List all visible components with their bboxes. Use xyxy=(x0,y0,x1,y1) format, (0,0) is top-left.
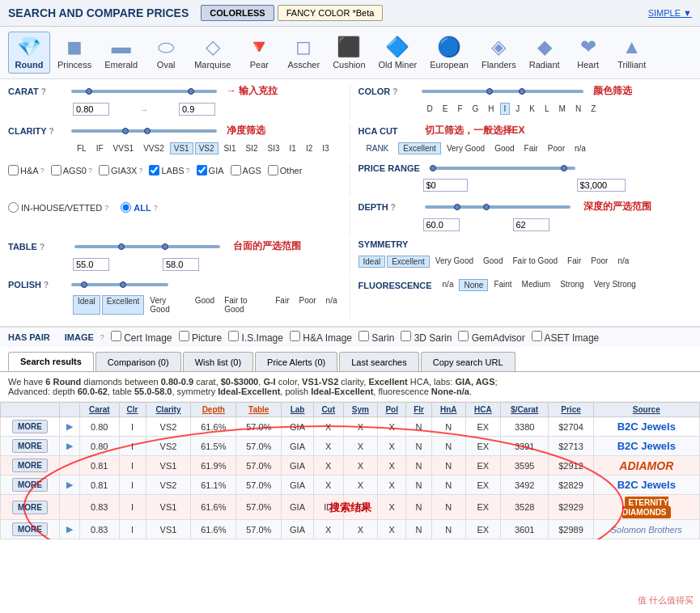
pol-excellent[interactable]: Excellent xyxy=(102,295,145,315)
more-btn-3[interactable]: MORE xyxy=(12,478,48,492)
shape-princess[interactable]: ◼ Princess xyxy=(52,32,97,74)
play-3[interactable]: ▶ xyxy=(59,476,79,495)
clarity-fl[interactable]: FL xyxy=(73,142,91,154)
3d-sarin-checkbox[interactable] xyxy=(401,331,411,341)
ha-image-label[interactable]: H&A Image xyxy=(290,331,352,344)
flr-very-strong[interactable]: Very Strong xyxy=(590,279,640,291)
depth-max-input[interactable] xyxy=(513,218,549,231)
clarity-vs2[interactable]: VS2 xyxy=(195,142,218,154)
clarity-si3[interactable]: SI3 xyxy=(264,142,284,154)
sym-ideal[interactable]: Ideal xyxy=(358,256,386,268)
inhouse-radio[interactable] xyxy=(8,202,19,213)
col-carat[interactable]: Carat xyxy=(80,403,119,417)
more-btn-1[interactable]: MORE xyxy=(12,439,48,453)
sarin-label[interactable]: Sarin xyxy=(358,331,394,344)
shape-pear[interactable]: 🔻 Pear xyxy=(238,32,280,74)
tab-comparison[interactable]: Comparison (0) xyxy=(95,352,181,371)
clarity-vs1[interactable]: VS1 xyxy=(170,142,193,154)
tab-search-results[interactable]: Search results xyxy=(8,352,94,371)
col-clarity[interactable]: Clarity xyxy=(146,403,191,417)
shape-european[interactable]: 🔵 European xyxy=(424,32,474,74)
aset-image-label[interactable]: ASET Image xyxy=(532,331,599,344)
labs-checkbox[interactable] xyxy=(149,165,159,175)
color-i[interactable]: I xyxy=(500,103,511,115)
flr-faint[interactable]: Faint xyxy=(490,279,515,291)
shape-old-miner[interactable]: 🔷 Old Miner xyxy=(373,32,423,74)
gemadvisor-checkbox[interactable] xyxy=(458,331,469,341)
all-radio-label[interactable]: ALL ? xyxy=(121,202,157,213)
col-price[interactable]: Price xyxy=(549,403,593,417)
flr-none[interactable]: None xyxy=(459,279,488,291)
table-min-input[interactable] xyxy=(73,258,109,271)
cert-image-checkbox[interactable] xyxy=(111,331,121,341)
sym-good[interactable]: Good xyxy=(479,256,507,268)
col-hca[interactable]: HCA xyxy=(465,403,500,417)
table-max-input[interactable] xyxy=(163,258,199,271)
shape-cushion[interactable]: ⬛ Cushion xyxy=(327,32,371,74)
tab-price-alerts[interactable]: Price Alerts (0) xyxy=(255,352,337,371)
tab-last-searches[interactable]: Last searches xyxy=(339,352,418,371)
rank-good[interactable]: Good xyxy=(490,143,518,154)
shape-asscher[interactable]: ◻ Asscher xyxy=(282,32,325,74)
clarity-vvs2[interactable]: VVS2 xyxy=(139,142,168,154)
pol-very-good[interactable]: Very Good xyxy=(146,295,189,315)
pol-fair-to-good[interactable]: Fair to Good xyxy=(220,295,269,315)
rank-fair[interactable]: Fair xyxy=(520,143,542,154)
inhouse-radio-label[interactable]: IN-HOUSE/VETTED ? xyxy=(8,202,108,213)
clarity-si1[interactable]: SI1 xyxy=(220,142,240,154)
labs-checkbox-label[interactable]: LABS ? xyxy=(149,165,189,175)
price-min-input[interactable] xyxy=(423,179,468,192)
sym-fair-to-good[interactable]: Fair to Good xyxy=(509,256,562,268)
shape-emerald[interactable]: ▬ Emerald xyxy=(99,32,143,74)
picture-label[interactable]: Picture xyxy=(179,331,223,344)
col-hna[interactable]: HnA xyxy=(431,403,465,417)
col-clr[interactable]: Clr xyxy=(119,403,146,417)
depth-min-input[interactable] xyxy=(423,218,460,231)
play-5[interactable]: ▶ xyxy=(59,520,79,539)
col-pol[interactable]: Pol xyxy=(378,403,406,417)
sym-very-good[interactable]: Very Good xyxy=(431,256,477,268)
shape-round[interactable]: 💎 Round xyxy=(8,32,50,74)
gia-checkbox[interactable] xyxy=(197,165,207,175)
col-per-carat[interactable]: $/Carat xyxy=(500,403,549,417)
all-radio[interactable] xyxy=(121,202,131,213)
other-checkbox[interactable] xyxy=(268,165,278,175)
rank-excellent[interactable]: Excellent xyxy=(398,142,441,154)
flr-strong[interactable]: Strong xyxy=(556,279,588,291)
sym-excellent[interactable]: Excellent xyxy=(387,256,430,268)
cert-image-label[interactable]: Cert Image xyxy=(111,331,172,344)
color-m[interactable]: M xyxy=(555,103,570,115)
more-btn-0[interactable]: MORE xyxy=(12,420,48,433)
color-e[interactable]: E xyxy=(439,103,452,115)
clarity-i3[interactable]: I3 xyxy=(318,142,333,154)
sym-poor[interactable]: Poor xyxy=(587,256,612,268)
ha-image-checkbox[interactable] xyxy=(290,331,300,341)
more-btn-4[interactable]: MORE xyxy=(12,501,48,514)
pol-ideal[interactable]: Ideal xyxy=(73,295,100,315)
col-source[interactable]: Source xyxy=(593,403,699,417)
gia3x-checkbox-label[interactable]: GIA3X ? xyxy=(99,165,142,175)
rank-very-good[interactable]: Very Good xyxy=(443,143,489,154)
col-flr[interactable]: Flr xyxy=(406,403,432,417)
col-cut[interactable]: Cut xyxy=(313,403,343,417)
color-n[interactable]: N xyxy=(571,103,585,115)
pol-na[interactable]: n/a xyxy=(322,295,342,315)
col-depth[interactable]: Depth xyxy=(191,403,236,417)
is-image-checkbox[interactable] xyxy=(228,331,239,341)
aset-image-checkbox[interactable] xyxy=(532,331,542,341)
other-checkbox-label[interactable]: Other xyxy=(268,165,303,175)
color-g[interactable]: G xyxy=(469,103,483,115)
rank-na[interactable]: n/a xyxy=(571,143,590,154)
3d-sarin-label[interactable]: 3D Sarin xyxy=(401,331,452,344)
clarity-i2[interactable]: I2 xyxy=(302,142,316,154)
play-0[interactable]: ▶ xyxy=(59,417,79,437)
shape-trilliant[interactable]: ▲ Trilliant xyxy=(611,32,653,74)
fancy-color-mode-btn[interactable]: FANCY COLOR *Beta xyxy=(278,5,384,21)
gia3x-checkbox[interactable] xyxy=(99,165,109,175)
shape-flanders[interactable]: ◈ Flanders xyxy=(476,32,522,74)
color-j[interactable]: J xyxy=(511,103,524,115)
clarity-if[interactable]: IF xyxy=(92,142,108,154)
sarin-checkbox[interactable] xyxy=(358,331,369,341)
play-1[interactable]: ▶ xyxy=(59,437,79,456)
clarity-vvs1[interactable]: VVS1 xyxy=(109,142,138,154)
